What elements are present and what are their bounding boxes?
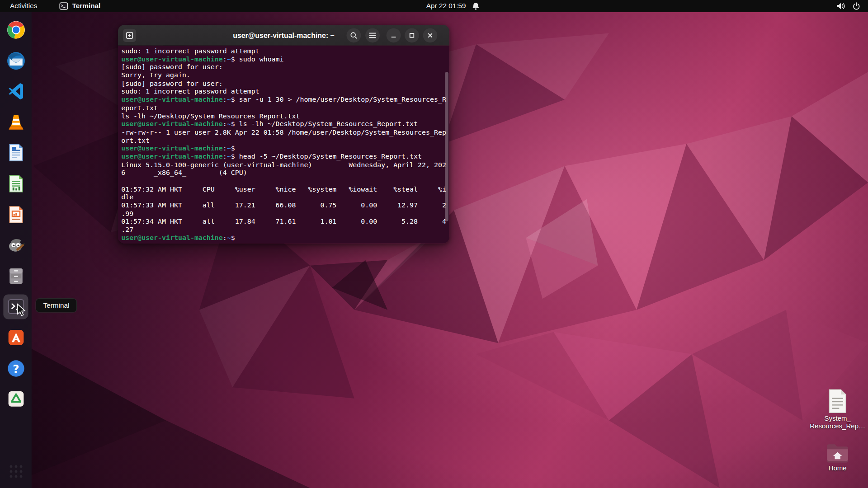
hamburger-menu-icon — [369, 32, 377, 39]
terminal-line: user@user-virtual-machine:~$ — [121, 145, 447, 153]
terminal-line: 01:57:32 AM HKT CPU %user %nice %system … — [121, 185, 447, 193]
top-bar: Activities Terminal Apr 22 01:59 — [0, 0, 868, 12]
terminal-line: eport.txt — [121, 104, 447, 112]
terminal-line: Linux 5.15.0-100-generic (user-virtual-m… — [121, 161, 447, 169]
terminal-line: sudo: 1 incorrect password attempt — [121, 88, 447, 96]
home-folder-icon — [826, 442, 849, 463]
dock-item-help[interactable]: ? — [3, 356, 28, 380]
terminal-line: 6 _x86_64_ (4 CPU) — [121, 169, 447, 177]
dock-item-thunderbird[interactable] — [3, 48, 28, 73]
search-button[interactable] — [347, 28, 361, 42]
maximize-button[interactable] — [405, 28, 419, 42]
terminal-line: .27 — [121, 226, 447, 234]
file-label-line1: System_ — [810, 415, 865, 422]
focused-app-menu[interactable]: Terminal — [59, 2, 100, 10]
dock-item-libreoffice-writer[interactable] — [3, 141, 28, 165]
files-icon — [6, 266, 26, 286]
dock-item-gimp[interactable] — [3, 233, 28, 258]
terminal-line — [121, 177, 447, 185]
terminal-line: user@user-virtual-machine:~$ sar -u 1 30… — [121, 96, 447, 104]
activities-button[interactable]: Activities — [0, 0, 47, 12]
vlc-icon — [6, 112, 26, 132]
dock: ? — [0, 12, 32, 488]
maximize-icon — [409, 32, 415, 39]
system-status-menu[interactable] — [833, 2, 863, 10]
power-icon — [853, 2, 860, 10]
terminal-line: 01:57:33 AM HKT all 17.21 66.08 0.75 0.0… — [121, 202, 447, 210]
terminal-line: sudo: 1 incorrect password attempt — [121, 47, 447, 55]
new-tab-icon — [126, 32, 133, 39]
terminal-line: ort.txt — [121, 136, 447, 145]
clock-menu[interactable]: Apr 22 01:59 — [426, 2, 479, 10]
close-icon — [427, 32, 434, 39]
focused-app-label: Terminal — [72, 2, 101, 10]
libreoffice-impress-icon — [6, 205, 26, 225]
notification-bell-icon — [472, 2, 479, 10]
terminal-scrollbar[interactable] — [445, 72, 448, 221]
terminal-line: user@user-virtual-machine:~$ head -5 ~/D… — [121, 153, 447, 161]
search-icon — [350, 32, 358, 39]
terminal-small-icon — [59, 2, 68, 10]
close-button[interactable] — [423, 28, 438, 42]
desktop-icon-home[interactable]: Home — [811, 442, 864, 472]
mouse-cursor — [17, 303, 27, 319]
clock-label: Apr 22 01:59 — [426, 2, 466, 10]
terminal-line: user@user-virtual-machine:~$ — [121, 234, 447, 242]
vscode-icon — [6, 81, 26, 101]
terminal-line: 01:57:34 AM HKT all 17.84 71.61 1.01 0.0… — [121, 218, 447, 226]
terminal-line: [sudo] password for user: — [121, 80, 447, 88]
dock-item-libreoffice-calc[interactable] — [3, 171, 28, 196]
home-label: Home — [829, 465, 847, 473]
trash-icon — [6, 389, 26, 409]
desktop-icon-report-file[interactable]: System_ Resources_Rep… — [811, 389, 864, 430]
dock-tooltip: Terminal — [35, 298, 77, 313]
libreoffice-writer-icon — [6, 143, 26, 163]
terminal-line: ls -lh ~/Desktop/System_Resources_Report… — [121, 112, 447, 120]
minimize-icon — [390, 32, 397, 39]
libreoffice-calc-icon — [6, 174, 26, 193]
new-tab-button[interactable] — [123, 29, 136, 42]
dock-item-vlc[interactable] — [3, 110, 28, 135]
volume-icon — [836, 2, 845, 10]
dock-item-libreoffice-impress[interactable] — [3, 202, 28, 227]
terminal-line: user@user-virtual-machine:~$ ls -lh ~/De… — [121, 120, 447, 128]
menu-button[interactable] — [365, 28, 380, 42]
desktop-root: System_ Resources_Rep… Home user@user-vi… — [0, 0, 868, 488]
terminal-window: user@user-virtual-machine: ~ — [118, 25, 449, 244]
terminal-line: Sorry, try again. — [121, 71, 447, 80]
ubuntu-software-icon — [6, 328, 26, 347]
dock-item-ubuntu-software[interactable] — [3, 325, 28, 350]
terminal-line: dle — [121, 193, 447, 202]
minimize-button[interactable] — [387, 28, 401, 42]
terminal-line: .99 — [121, 210, 447, 218]
terminal-line: -rw-rw-r-- 1 user user 2.8K Apr 22 01:58… — [121, 128, 447, 136]
dock-item-trash[interactable] — [3, 387, 28, 412]
terminal-titlebar[interactable]: user@user-virtual-machine: ~ — [118, 25, 449, 46]
text-file-icon — [827, 389, 848, 413]
svg-text:?: ? — [13, 362, 19, 375]
dock-item-chrome[interactable] — [3, 18, 28, 42]
file-label-line2: Resources_Rep… — [810, 422, 865, 430]
dock-item-files[interactable] — [3, 263, 28, 288]
chrome-icon — [6, 20, 26, 40]
help-icon: ? — [6, 358, 26, 378]
dock-item-vscode[interactable] — [3, 79, 28, 104]
thunderbird-icon — [6, 51, 26, 70]
terminal-line: user@user-virtual-machine:~$ sudo whoami — [121, 55, 447, 63]
gimp-icon — [6, 235, 26, 255]
terminal-output[interactable]: sudo: 1 incorrect password attemptuser@u… — [118, 46, 449, 244]
terminal-line: [sudo] password for user: — [121, 63, 447, 71]
